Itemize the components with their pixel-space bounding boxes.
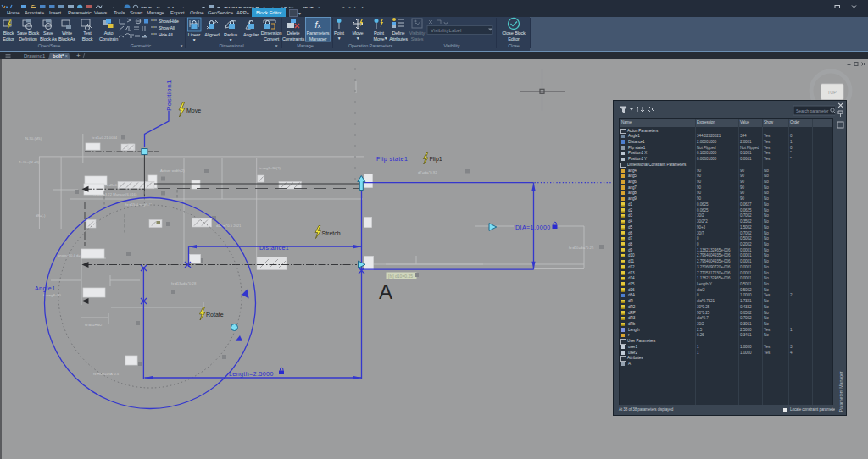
svg-text:Geometric: Geometric bbox=[131, 43, 152, 48]
svg-text:Show/Hide: Show/Hide bbox=[159, 19, 179, 24]
svg-text:Hide All: Hide All bbox=[159, 32, 172, 37]
svg-text:Block As: Block As bbox=[58, 36, 75, 41]
svg-text:Open/Save: Open/Save bbox=[38, 43, 61, 48]
svg-text:▾: ▾ bbox=[181, 43, 183, 48]
svg-text:▾: ▾ bbox=[230, 37, 232, 42]
svg-text:DIA=1.0000: DIA=1.0000 bbox=[515, 224, 551, 230]
svg-text:bolt*: bolt* bbox=[53, 53, 64, 58]
svg-text:Save Block: Save Block bbox=[17, 30, 39, 36]
svg-text:fx:d1=0.21.0034: fx:d1=0.21.0034 bbox=[92, 135, 118, 140]
svg-text:Constrain: Constrain bbox=[99, 36, 118, 41]
svg-text:Define: Define bbox=[392, 30, 405, 36]
svg-text:Point: Point bbox=[374, 30, 384, 36]
svg-text:Show All: Show All bbox=[159, 25, 175, 30]
svg-text:Visibility: Visibility bbox=[409, 30, 426, 36]
svg-text:Angle1: Angle1 bbox=[35, 285, 56, 292]
svg-text:Move: Move bbox=[186, 108, 201, 113]
svg-text:Block: Block bbox=[3, 30, 14, 36]
svg-text:fx:d4=HM2: fx:d4=HM2 bbox=[85, 323, 103, 327]
svg-text:fx:d15=Length-Y: fx:d15=Length-Y bbox=[125, 202, 152, 207]
svg-text:Parameters Manager: Parameters Manager bbox=[838, 371, 843, 412]
svg-text:fx:HM3=DIA*0.5: fx:HM3=DIA*0.5 bbox=[93, 372, 120, 376]
svg-text:Rotate: Rotate bbox=[206, 312, 224, 318]
svg-text:▾: ▾ bbox=[275, 43, 278, 48]
svg-text:▾: ▾ bbox=[357, 36, 359, 41]
svg-text:Delete: Delete bbox=[287, 30, 300, 36]
svg-text:Dimension: Dimension bbox=[261, 30, 282, 36]
svg-text:Visibility: Visibility bbox=[444, 43, 460, 48]
svg-text:VisibilityLabel: VisibilityLabel bbox=[431, 28, 461, 33]
svg-text:Search parameter: Search parameter bbox=[796, 108, 829, 113]
svg-text:Auto: Auto bbox=[104, 30, 114, 36]
svg-text:Position1: Position1 bbox=[165, 80, 173, 111]
svg-text:Manage: Manage bbox=[297, 43, 313, 48]
svg-text:States: States bbox=[411, 36, 424, 41]
svg-text:Test: Test bbox=[83, 30, 92, 36]
svg-text:TOP: TOP bbox=[827, 90, 837, 95]
svg-text:fx:d13=dia*0.28: fx:d13=dia*0.28 bbox=[171, 281, 197, 285]
svg-text:Distance1: Distance1 bbox=[259, 245, 289, 251]
svg-text:Write: Write bbox=[62, 30, 72, 36]
svg-text:+: + bbox=[76, 52, 81, 59]
svg-text:Editor: Editor bbox=[3, 36, 14, 41]
svg-text:fx:d10=dia*0.25: fx:d10=dia*0.25 bbox=[569, 246, 594, 250]
svg-text:Stretch: Stretch bbox=[322, 230, 341, 236]
svg-text:N-50-(M5): N-50-(M5) bbox=[25, 136, 42, 141]
svg-text:Move: Move bbox=[374, 36, 385, 41]
svg-text:Drawing1: Drawing1 bbox=[24, 53, 46, 58]
svg-text:×: × bbox=[65, 53, 69, 58]
svg-text:▾: ▾ bbox=[193, 37, 196, 42]
svg-text:Attributes: Attributes bbox=[389, 36, 408, 41]
svg-text:Block: Block bbox=[82, 36, 93, 41]
svg-text:Ti-05=(M-d3): Ti-05=(M-d3) bbox=[19, 160, 40, 164]
svg-text:Dimensional: Dimensional bbox=[219, 43, 243, 48]
svg-text:fx:ang5=90(2): fx:ang5=90(2) bbox=[259, 166, 281, 170]
svg-text:d7=dia*0.92: d7=dia*0.92 bbox=[418, 170, 437, 174]
svg-text:[fx] d10=0.25: [fx] d10=0.25 bbox=[388, 274, 413, 279]
svg-text:Constraints: Constraints bbox=[282, 36, 305, 41]
svg-text:d8=(-): d8=(-) bbox=[36, 213, 46, 218]
svg-text:Editor: Editor bbox=[508, 36, 520, 41]
svg-text:Manager: Manager bbox=[309, 36, 327, 41]
svg-text:Flip state1: Flip state1 bbox=[376, 156, 408, 163]
svg-text:Aligned: Aligned bbox=[204, 32, 219, 37]
svg-text:Save: Save bbox=[43, 30, 53, 36]
svg-text:Active: width(2): Active: width(2) bbox=[160, 169, 185, 173]
svg-text:A: A bbox=[379, 280, 392, 303]
svg-text:Length=2.5000: Length=2.5000 bbox=[229, 371, 274, 378]
svg-text:Flip1: Flip1 bbox=[430, 156, 442, 163]
svg-text:Convert: Convert bbox=[264, 36, 280, 41]
svg-text:Close: Close bbox=[508, 43, 520, 48]
svg-text:Parameters: Parameters bbox=[307, 30, 330, 36]
svg-text:Operation Parameters: Operation Parameters bbox=[348, 43, 392, 48]
svg-text:Definition: Definition bbox=[19, 36, 37, 41]
svg-text:▾: ▾ bbox=[385, 36, 387, 41]
svg-text:Angular: Angular bbox=[243, 32, 259, 37]
svg-text:▾: ▾ bbox=[338, 36, 341, 41]
svg-text:Block As: Block As bbox=[40, 36, 57, 41]
svg-text:Close Block: Close Block bbox=[502, 30, 526, 36]
